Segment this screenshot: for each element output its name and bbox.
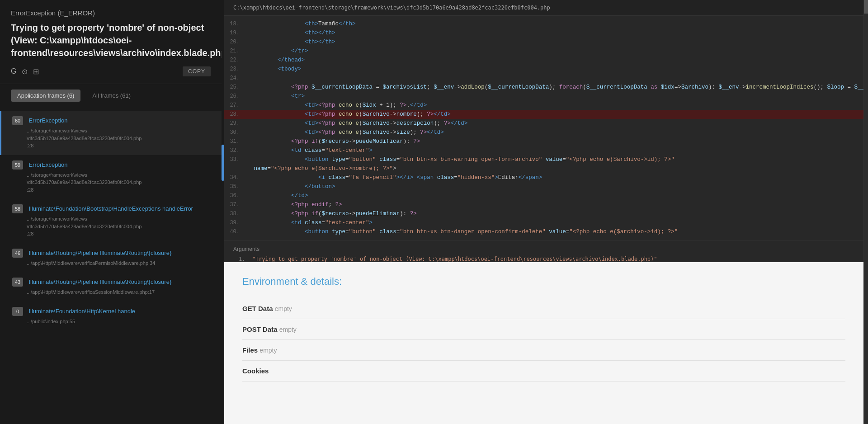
code-line: 25. <?php $__currentLoopData = $archivos… [224, 83, 863, 92]
env-section: Environment & details: GET Data empty PO… [224, 262, 863, 424]
frame-path: ...\app\Http\Middleware\verificaPermisoM… [27, 259, 211, 267]
frame-item[interactable]: 59 ErrorException ...\storage\framework\… [0, 155, 222, 199]
stackoverflow-icon[interactable]: ⊙ [22, 67, 28, 76]
arguments-title: Arguments [233, 246, 854, 252]
frame-number: 0 [12, 307, 23, 316]
frame-path: ...\public\index.php:55 [27, 318, 211, 325]
code-line: 33. <button type="button" class="btn btn… [224, 155, 863, 164]
code-line: 23. <tbody> [224, 65, 863, 74]
frame-path: ...\storage\framework\views \dfc3d5b170a… [27, 215, 211, 238]
code-line: 36. </td> [224, 191, 863, 200]
code-filepath: C:\xampp\htdocs\oei-frontend\storage\fra… [224, 0, 863, 16]
code-line: 19. <th></th> [224, 28, 863, 38]
code-line-highlighted: 28. <td><?php echo e($archivo->nombre); … [224, 110, 863, 119]
code-content: 18. <th>Tamaño</th> 19. <th></th> 20. <t… [224, 16, 863, 240]
code-line: 22. </thead> [224, 56, 863, 65]
frame-class: ErrorException [28, 161, 67, 168]
code-line: 20. <th></th> [224, 38, 863, 47]
env-row: Files empty [242, 340, 845, 361]
right-panel: C:\xampp\htdocs\oei-frontend\storage\fra… [224, 0, 863, 424]
code-line: 39. <td class="text-center"> [224, 218, 863, 227]
code-line: 26. <tr> [224, 92, 863, 101]
frame-path: ...\storage\framework\views \dfc3d5b170a… [27, 171, 211, 194]
google-icon[interactable]: G [11, 67, 16, 75]
frame-class: Illuminate\Routing\Pipeline Illuminate\R… [28, 278, 171, 285]
tab-all-frames[interactable]: All frames (61) [86, 90, 137, 102]
frame-path: ...\app\Http\Middleware\verificaSessionM… [27, 288, 211, 296]
frame-class: Illuminate\Foundation\Bootstrap\HandleEx… [28, 205, 193, 212]
frame-path: ...\storage\framework\views \dfc3d5b170a… [27, 127, 211, 150]
copy-button[interactable]: COPY [183, 66, 211, 76]
code-line: 18. <th>Tamaño</th> [224, 19, 863, 28]
error-type: ErrorException (E_ERROR) [11, 9, 211, 17]
error-message: Trying to get property 'nombre' of non-o… [11, 21, 211, 59]
error-icons-bar: G ⊙ ⊞ COPY [11, 66, 211, 76]
env-row: POST Data empty [242, 319, 845, 340]
frame-number: 58 [12, 204, 23, 213]
error-code: (E_ERROR) [57, 9, 95, 17]
code-line: 38. <?php if($recurso->puedeEliminar): ?… [224, 209, 863, 218]
error-type-label: ErrorException [11, 9, 56, 17]
code-line: 30. <td><?php echo e($archivo->size); ?>… [224, 128, 863, 137]
env-label: GET Data empty [242, 305, 333, 312]
right-scrollbar[interactable] [863, 0, 868, 424]
frame-number: 59 [12, 160, 23, 170]
code-line: name="<?php echo e($archivo->nombre); ?>… [224, 164, 863, 173]
left-panel: ErrorException (E_ERROR) Trying to get p… [0, 0, 222, 424]
frame-item[interactable]: 46 Illuminate\Routing\Pipeline Illuminat… [0, 243, 222, 273]
code-line: 37. <?php endif; ?> [224, 200, 863, 209]
tab-application-frames[interactable]: Application frames (6) [11, 90, 80, 102]
frame-class: Illuminate\Foundation\Http\Kernel handle [28, 308, 135, 315]
error-header: ErrorException (E_ERROR) Trying to get p… [0, 0, 222, 84]
code-line: 29. <td><?php echo e($archivo->descripci… [224, 119, 863, 128]
env-label: POST Data empty [242, 325, 333, 333]
frame-class: ErrorException [28, 117, 67, 124]
arguments-section: Arguments 1. "Trying to get property 'no… [224, 240, 863, 262]
env-label: Files empty [242, 346, 333, 354]
right-scrollbar-thumb [864, 0, 868, 14]
env-row: Cookies [242, 361, 845, 382]
code-line: 27. <td><?php echo e($idx + 1); ?>.</td> [224, 101, 863, 110]
frames-tabs: Application frames (6) All frames (61) [0, 84, 222, 107]
code-line: 21. </tr> [224, 47, 863, 56]
frame-item[interactable]: 60 ErrorException ...\storage\framework\… [0, 111, 222, 155]
code-line: 34. <i class="fa fa-pencil"></i> <span c… [224, 173, 863, 182]
code-line: 32. <td class="text-center"> [224, 146, 863, 155]
frames-list: 60 ErrorException ...\storage\framework\… [0, 107, 222, 424]
frame-class: Illuminate\Routing\Pipeline Illuminate\R… [28, 250, 171, 256]
code-line: 40. <button type="button" class="btn btn… [224, 227, 863, 236]
frame-item[interactable]: 0 Illuminate\Foundation\Http\Kernel hand… [0, 302, 222, 331]
frame-item[interactable]: 43 Illuminate\Routing\Pipeline Illuminat… [0, 272, 222, 302]
code-line: 35. </button> [224, 182, 863, 191]
env-row: GET Data empty [242, 298, 845, 319]
argument-item: 1. "Trying to get property 'nombre' of n… [233, 256, 854, 262]
code-line: 31. <?php if($recurso->puedeModificar): … [224, 137, 863, 146]
share-icon[interactable]: ⊞ [33, 67, 39, 76]
frame-number: 43 [12, 278, 23, 287]
frame-number: 46 [12, 249, 23, 258]
code-line: 24. [224, 74, 863, 83]
frame-item[interactable]: 58 Illuminate\Foundation\Bootstrap\Handl… [0, 199, 222, 243]
env-label: Cookies [242, 367, 333, 375]
frame-number: 60 [12, 116, 23, 125]
code-section: C:\xampp\htdocs\oei-frontend\storage\fra… [224, 0, 863, 262]
env-title: Environment & details: [242, 276, 845, 287]
